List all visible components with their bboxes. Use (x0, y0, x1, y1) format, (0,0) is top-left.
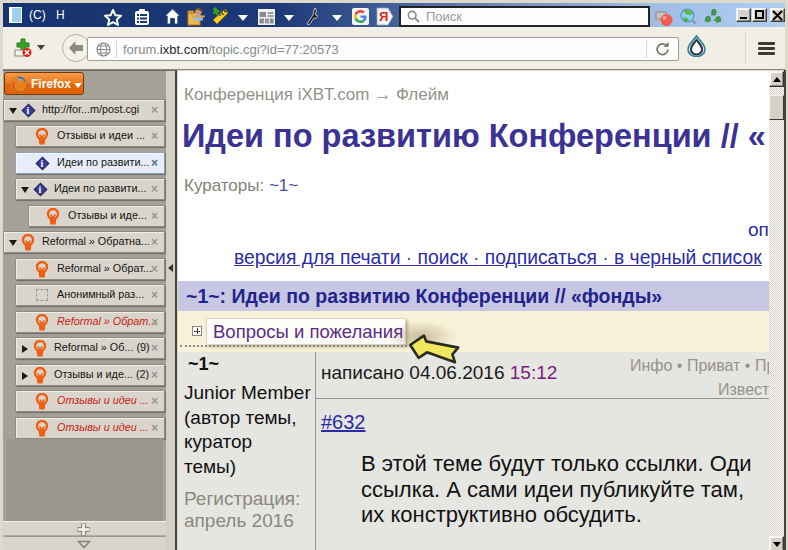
svg-text:i: i (39, 184, 42, 195)
svg-text:Я: Я (379, 9, 388, 24)
svg-text:i: i (27, 105, 30, 116)
svg-text:i: i (41, 158, 44, 169)
